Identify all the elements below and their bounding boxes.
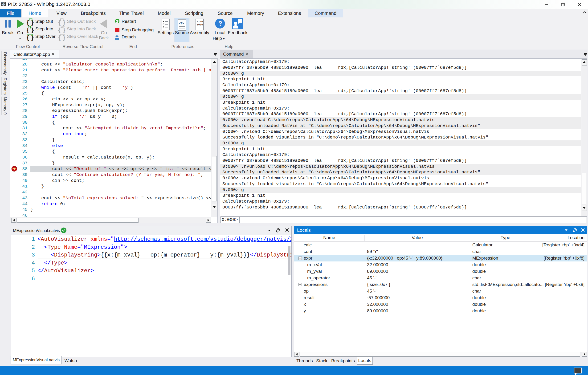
svg-text:{: {	[27, 34, 29, 41]
svg-text:}: }	[31, 26, 34, 33]
svg-text:{: {	[58, 26, 61, 33]
svg-text:</>: </>	[179, 21, 184, 25]
svg-text:{: {	[27, 19, 29, 26]
svg-text:}: }	[63, 34, 65, 41]
svg-text:}: }	[63, 26, 65, 33]
svg-text:{: {	[27, 26, 29, 33]
svg-text:?: ?	[218, 20, 222, 27]
svg-text:0110: 0110	[197, 20, 203, 23]
svg-text:1010: 1010	[197, 23, 203, 26]
